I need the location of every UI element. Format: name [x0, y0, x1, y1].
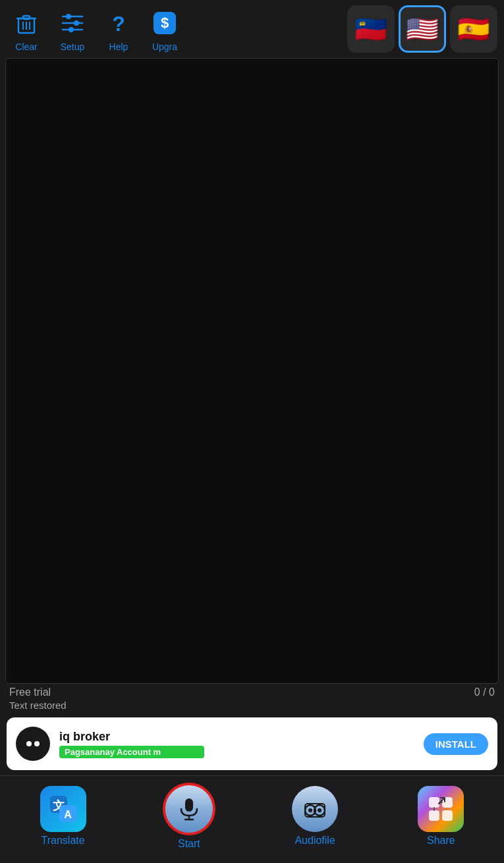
upgrade-icon: $ [148, 6, 182, 40]
audiofile-icon [292, 786, 338, 832]
svg-rect-31 [429, 797, 439, 808]
svg-point-9 [74, 20, 79, 26]
svg-rect-34 [442, 810, 453, 821]
svg-point-15 [22, 733, 43, 754]
start-button[interactable]: Start [156, 783, 222, 850]
ad-app-title: iq broker [59, 730, 414, 744]
svg-text:$: $ [161, 14, 169, 31]
svg-point-16 [26, 741, 32, 746]
audiofile-button[interactable]: Audiofile [282, 786, 348, 847]
setup-icon [55, 6, 90, 40]
ad-text-block: iq broker Pagsananay Account m [59, 730, 414, 758]
status-bar: Free trial 0 / 0 [0, 684, 504, 700]
text-input-area[interactable] [5, 58, 499, 684]
start-label: Start [178, 838, 200, 850]
share-icon [418, 786, 464, 832]
audiofile-label: Audiofile [294, 835, 335, 847]
upgrade-label: Upgra [152, 42, 177, 52]
setup-label: Setup [61, 42, 85, 52]
restored-status: Text restored [0, 700, 504, 715]
help-icon: ? [101, 6, 136, 40]
bottom-toolbar: 文 A Translate Start [0, 775, 504, 863]
svg-rect-33 [429, 810, 439, 821]
trash-icon [9, 6, 43, 40]
svg-text:?: ? [112, 12, 125, 36]
translate-icon: 文 A [40, 786, 86, 832]
svg-rect-23 [185, 798, 193, 812]
clear-button[interactable]: Clear [7, 6, 46, 52]
svg-point-11 [69, 27, 74, 32]
help-button[interactable]: ? Help [99, 6, 138, 52]
liechtenstein-flag-button[interactable]: 🇱🇮 [347, 5, 395, 53]
svg-point-29 [318, 808, 322, 812]
flag-group: 🇱🇮 🇺🇸 🇪🇸 [347, 5, 497, 53]
upgrade-button[interactable]: $ Upgra [145, 6, 184, 52]
top-toolbar: Clear Setup ? Help $ [0, 0, 504, 58]
svg-text:A: A [64, 809, 72, 820]
translate-button[interactable]: 文 A Translate [30, 786, 96, 847]
svg-point-28 [308, 808, 312, 812]
us-flag-button[interactable]: 🇺🇸 [399, 5, 446, 53]
counter-status: 0 / 0 [474, 686, 495, 698]
ad-app-icon [16, 727, 50, 761]
ad-install-button[interactable]: INSTALL [424, 733, 488, 755]
trial-status: Free trial [9, 686, 51, 698]
ad-banner[interactable]: iq broker Pagsananay Account m INSTALL [7, 717, 497, 770]
ad-app-subtitle: Pagsananay Account m [59, 746, 204, 758]
clear-label: Clear [15, 42, 37, 52]
share-label: Share [427, 835, 455, 847]
setup-button[interactable]: Setup [53, 6, 92, 52]
spain-flag-button[interactable]: 🇪🇸 [450, 5, 497, 53]
main-textarea[interactable] [6, 59, 498, 683]
svg-point-17 [34, 741, 40, 746]
microphone-icon [163, 783, 215, 835]
svg-point-7 [66, 14, 71, 19]
share-button[interactable]: Share [408, 786, 474, 847]
translate-label: Translate [42, 835, 85, 847]
help-label: Help [109, 42, 128, 52]
